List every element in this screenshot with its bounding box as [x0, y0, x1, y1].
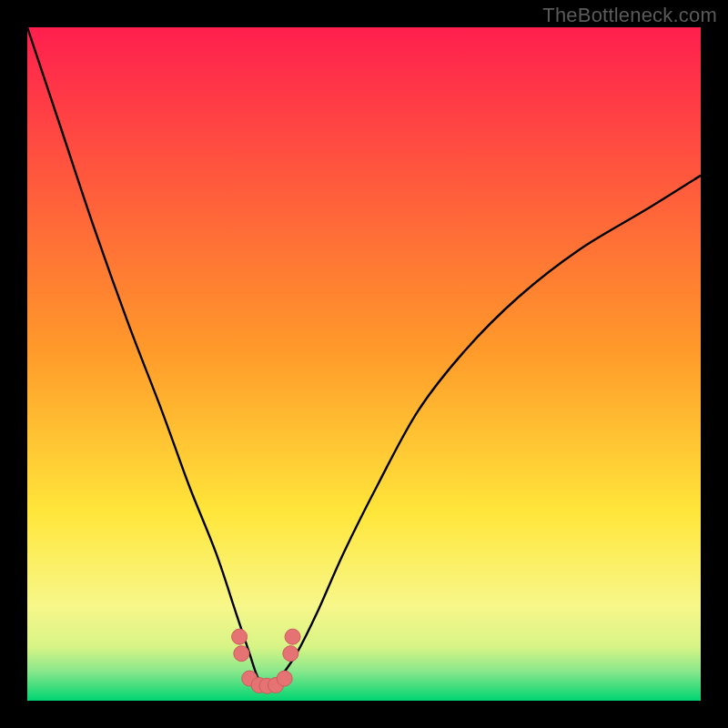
- marker-point: [283, 646, 298, 662]
- marker-point: [232, 629, 248, 644]
- chart-frame: TheBottleneck.com: [0, 0, 728, 728]
- marker-point: [285, 629, 300, 644]
- watermark-text: TheBottleneck.com: [542, 4, 717, 27]
- bottleneck-curve: [27, 27, 701, 701]
- curve-markers: [232, 629, 300, 693]
- plot-area: [27, 27, 701, 701]
- marker-point: [277, 671, 292, 686]
- marker-point: [234, 646, 249, 662]
- curve-line: [27, 27, 701, 688]
